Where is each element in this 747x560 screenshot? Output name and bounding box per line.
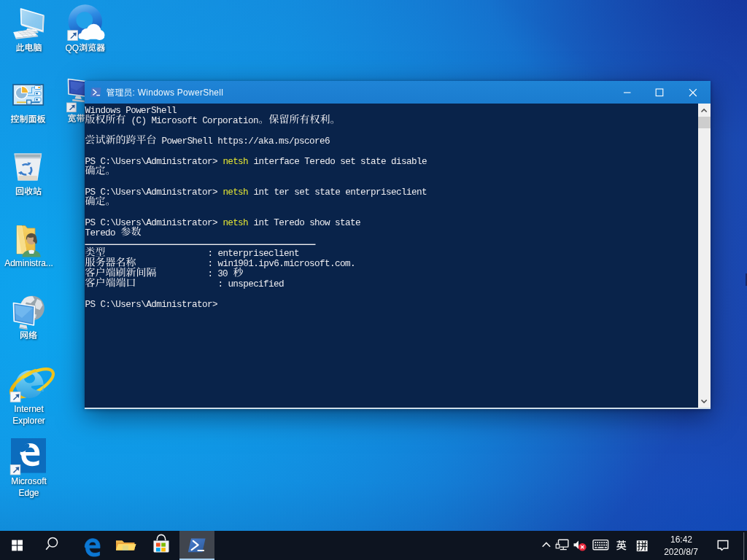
svg-text:: 30: : 30: [208, 268, 233, 279]
svg-text:netsh: netsh: [223, 156, 249, 167]
svg-text:Windows PowerShell: Windows PowerShell: [85, 105, 177, 116]
svg-text:2020/8/7: 2020/8/7: [664, 547, 698, 557]
svg-text:netsh: netsh: [223, 187, 249, 198]
svg-text:PS C:\Users\Administrator>: PS C:\Users\Administrator>: [85, 156, 218, 167]
svg-text:PS C:\Users\Administrator>: PS C:\Users\Administrator>: [85, 187, 218, 198]
svg-text:PowerShell https://aka.ms/psco: PowerShell https://aka.ms/pscore6: [157, 136, 330, 147]
svg-text:int Teredo show state: int Teredo show state: [249, 217, 361, 228]
svg-text:: enterpriseclient: : enterpriseclient: [208, 248, 300, 259]
svg-text:PS C:\Users\Administrator>: PS C:\Users\Administrator>: [85, 217, 218, 228]
svg-text:: unspecified: : unspecified: [218, 279, 285, 289]
svg-text:int ter set state enterprisecl: int ter set state enterpriseclient: [249, 187, 427, 198]
svg-text:(C) Microsoft Corporation: (C) Microsoft Corporation: [126, 115, 259, 126]
svg-text:Teredo: Teredo: [85, 228, 121, 238]
svg-text:16:42: 16:42: [670, 534, 692, 545]
svg-text:netsh: netsh: [223, 217, 249, 228]
svg-text:PS C:\Users\Administrator>: PS C:\Users\Administrator>: [85, 299, 218, 310]
svg-text:interface Teredo set state dis: interface Teredo set state disable: [249, 156, 427, 167]
svg-text:: win1901.ipv6.microsoft.com.: : win1901.ipv6.microsoft.com.: [208, 258, 356, 269]
svg-text:: Windows PowerShell: : Windows PowerShell: [133, 88, 223, 98]
